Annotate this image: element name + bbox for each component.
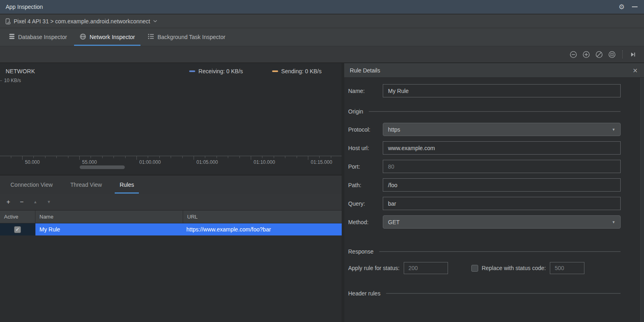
minimize-icon[interactable] [632,6,638,7]
axis-tick [217,156,217,158]
axis-tick [22,156,23,160]
move-up-button: ▲ [33,200,37,204]
vertical-scrollbar[interactable] [640,78,644,322]
axis-tick [319,156,320,158]
axis-tick [159,156,160,158]
rule-name-cell[interactable]: My Rule [35,223,183,235]
network-chart[interactable]: NETWORK Receiving: 0 KB/s Sending: 0 KB/… [0,63,342,175]
query-field[interactable]: bar [383,197,621,210]
rule-url-cell[interactable]: https://www.example.com/foo?bar [183,223,342,235]
axis-tick [136,156,137,160]
rule-details-header: Rule Details × [344,63,644,78]
axis-tick [205,156,205,158]
dropdown-arrow-icon: ▼ [612,220,615,224]
window-title: App Inspection [6,4,43,10]
method-label: Method: [348,219,383,225]
replace-status-field[interactable]: 500 [550,262,584,274]
zoom-selection-icon[interactable] [608,51,616,58]
inspector-tab-bar: Database InspectorNetwork InspectorBackg… [0,28,644,46]
axis-tick [33,156,34,158]
axis-tick [262,156,262,158]
axis-tick-label: 01:05.000 [196,159,218,165]
add-icon: + [6,198,10,205]
axis-tick-label: 01:10.000 [254,159,275,165]
rule-details-title: Rule Details [350,67,380,74]
list-icon [148,33,154,41]
network-timeline-pane: NETWORK Receiving: 0 KB/s Sending: 0 KB/… [0,63,342,322]
axis-tick [194,156,194,160]
column-header-active: Active [0,211,35,223]
axis-tick [274,156,274,158]
axis-tick-label: 01:00.000 [139,159,161,165]
axis-tick [251,156,251,160]
column-header-url: URL [183,211,342,223]
tab-background-task-inspector[interactable]: Background Task Inspector [141,28,232,46]
chevron-down-icon [153,20,157,23]
axis-tick [125,156,126,158]
view-tab-bar: Connection ViewThread ViewRules [0,175,342,194]
protocol-dropdown[interactable]: https▼ [383,123,621,136]
axis-tick [297,156,297,158]
name-field[interactable]: My Rule [383,84,621,97]
device-process-selector[interactable]: Pixel 4 API 31 > com.example.android.net… [0,14,644,28]
axis-tick [239,156,240,158]
globe-icon [80,33,86,41]
tab-network-inspector[interactable]: Network Inspector [73,28,141,46]
device-process-label: Pixel 4 API 31 > com.example.android.net… [14,18,150,25]
remove-rule-button[interactable]: − [20,199,23,205]
zoom-out-icon[interactable] [570,51,577,58]
tab-database-inspector[interactable]: Database Inspector [2,28,73,46]
method-dropdown[interactable]: GET▼ [383,215,621,229]
port-field[interactable]: 80 [383,160,621,173]
replace-status-checkbox[interactable] [471,265,478,272]
close-icon[interactable]: × [633,66,638,74]
down-icon: ▼ [47,200,51,204]
axis-tick [285,156,285,158]
axis-tick-label: 50.000 [25,159,40,165]
query-label: Query: [348,200,383,207]
host-url-label: Host url: [348,145,383,151]
toolbar-separator [622,50,623,58]
rules-table-header: ActiveNameURL [0,211,342,223]
table-row[interactable]: ✓My Rulehttps://www.example.com/foo?bar [0,223,342,235]
remove-icon: − [20,198,23,205]
response-section-header: Response [348,248,621,255]
axis-tick [114,156,114,158]
axis-tick [331,156,331,158]
y-axis-label: 10 KB/s [4,78,21,83]
add-rule-button[interactable]: + [6,199,10,205]
database-icon [9,33,15,41]
rule-details-panel: Rule Details × Name: My Rule Origin Prot… [344,63,644,322]
axis-tick [45,156,45,158]
port-label: Port: [348,163,383,170]
tab-thread-view[interactable]: Thread View [66,175,107,194]
axis-tick [102,156,103,158]
timeline-scrollbar-thumb[interactable] [80,165,125,169]
tab-connection-view[interactable]: Connection View [6,175,58,194]
apply-status-label: Apply rule for status: [348,265,400,271]
settings-gear-icon[interactable]: ⚙ [619,4,625,10]
path-label: Path: [348,182,383,188]
up-icon: ▲ [33,200,37,204]
tab-rules[interactable]: Rules [115,175,139,194]
replace-status-label: Replace with status code: [482,265,546,271]
protocol-label: Protocol: [348,126,383,133]
axis-tick [56,156,57,158]
rule-active-checkbox[interactable]: ✓ [14,226,21,233]
app-inspection-window: App Inspection ⚙ Pixel 4 API 31 > com.ex… [0,0,644,322]
axis-tick [11,156,11,158]
path-field[interactable]: /foo [383,178,621,192]
sending-dash-icon [272,70,278,72]
axis-tick [228,156,228,158]
chart-title: NETWORK [6,68,35,74]
rules-table-empty-area [0,235,342,322]
host-url-field[interactable]: www.example.com [383,141,621,155]
reset-zoom-icon[interactable] [595,51,603,58]
apply-status-field[interactable]: 200 [404,262,448,274]
network-inspector-toolbar [0,46,644,63]
y-axis-tick [0,80,2,81]
skip-end-icon[interactable] [629,51,637,58]
axis-tick [148,156,148,158]
legend-receiving: Receiving: 0 KB/s [189,68,243,74]
zoom-in-icon[interactable] [582,51,590,58]
